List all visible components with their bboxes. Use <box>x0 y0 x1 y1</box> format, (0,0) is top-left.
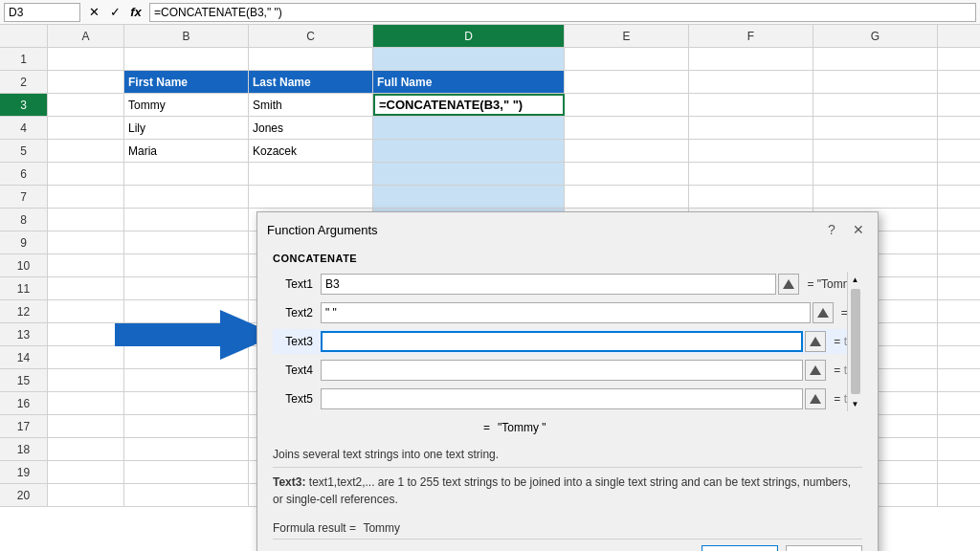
dialog-collapse-text2[interactable] <box>813 302 834 323</box>
scroll-up-btn[interactable]: ▲ <box>848 272 863 287</box>
row-num-2: 2 <box>0 71 48 93</box>
cell-a3[interactable] <box>48 94 124 116</box>
cell-c1[interactable] <box>249 48 373 70</box>
dialog-title: Function Arguments <box>267 223 378 237</box>
fx-btn[interactable]: fx <box>126 3 145 22</box>
cell-c2[interactable]: Last Name <box>249 71 373 93</box>
dialog-description: Joins several text strings into one text… <box>273 448 862 461</box>
cell-h2[interactable] <box>938 71 980 93</box>
dialog-label-text1: Text1 <box>273 277 321 291</box>
cell-g3[interactable] <box>813 94 938 116</box>
cell-f5[interactable] <box>689 140 813 162</box>
cell-h1[interactable] <box>938 48 980 70</box>
dialog-close-button[interactable]: ✕ <box>849 220 868 239</box>
cell-d4[interactable] <box>373 117 565 139</box>
cell-b1[interactable] <box>124 48 249 70</box>
col-header-a[interactable]: A <box>48 25 124 47</box>
dialog-help-button[interactable]: ? <box>822 220 841 239</box>
dialog-input-text5[interactable] <box>321 388 803 409</box>
dialog-collapse-text4[interactable] <box>805 360 826 381</box>
dialog-input-wrap-text4 <box>321 360 826 381</box>
cell-h5[interactable] <box>938 140 980 162</box>
cell-g5[interactable] <box>813 140 938 162</box>
cell-e1[interactable] <box>565 48 689 70</box>
dialog-formula-result: Formula result = Tommy <box>273 521 862 535</box>
dialog-collapse-text3[interactable] <box>805 331 826 352</box>
svg-marker-4 <box>810 365 821 375</box>
dialog-collapse-text1[interactable] <box>778 274 799 295</box>
svg-marker-3 <box>810 337 821 346</box>
cell-g4[interactable] <box>813 117 938 139</box>
col-header-g[interactable]: G <box>813 25 938 47</box>
cell-e3[interactable] <box>565 94 689 116</box>
dialog-help-section: Text3: text1,text2,... are 1 to 255 text… <box>273 467 862 514</box>
dialog-fields-area: Text1 = "Tommy" Text2 <box>273 272 862 411</box>
cell-b2[interactable]: First Name <box>124 71 249 93</box>
svg-marker-1 <box>783 279 794 289</box>
cell-h4[interactable] <box>938 117 980 139</box>
dialog-input-wrap-text1 <box>321 274 799 295</box>
dialog-cancel-button[interactable]: Cancel <box>786 545 862 551</box>
dialog-label-text3: Text3 <box>273 335 321 348</box>
cell-f1[interactable] <box>689 48 813 70</box>
cell-c5[interactable]: Kozacek <box>249 140 373 162</box>
cell-d3[interactable]: =CONCATENATE(B3," ") <box>373 94 565 116</box>
col-header-c[interactable]: C <box>249 25 373 47</box>
scroll-thumb <box>851 289 860 394</box>
col-header-b[interactable]: B <box>124 25 249 47</box>
cell-a2[interactable] <box>48 71 124 93</box>
dialog-input-text1[interactable] <box>321 274 776 295</box>
cell-e4[interactable] <box>565 117 689 139</box>
cell-g2[interactable] <box>813 71 938 93</box>
table-row: 4 Lily Jones <box>0 117 980 140</box>
table-row: 1 <box>0 48 980 71</box>
dialog-scrollbar[interactable]: ▲ ▼ <box>847 272 862 411</box>
col-header-h[interactable]: H <box>938 25 980 47</box>
dialog-input-text2[interactable] <box>321 302 811 323</box>
confirm-formula-btn[interactable]: ✓ <box>105 3 124 22</box>
cell-d5[interactable] <box>373 140 565 162</box>
cell-a4[interactable] <box>48 117 124 139</box>
cell-b4[interactable]: Lily <box>124 117 249 139</box>
cell-a1[interactable] <box>48 48 124 70</box>
cell-b3[interactable]: Tommy <box>124 94 249 116</box>
row-num-4: 4 <box>0 117 48 139</box>
col-header-d[interactable]: D <box>373 25 565 47</box>
cell-d1[interactable] <box>373 48 565 70</box>
dialog-row-text5: Text5 = text <box>273 386 862 411</box>
scroll-down-btn[interactable]: ▼ <box>848 396 863 411</box>
dialog-row-text3: Text3 = text <box>273 329 862 354</box>
cell-g1[interactable] <box>813 48 938 70</box>
cell-c3[interactable]: Smith <box>249 94 373 116</box>
dialog-input-text4[interactable] <box>321 360 803 381</box>
cancel-formula-btn[interactable]: ✕ <box>84 3 103 22</box>
function-arguments-dialog[interactable]: Function Arguments ? ✕ CONCATENATE Text1 <box>256 211 879 551</box>
row-num-1: 1 <box>0 48 48 70</box>
cell-e2[interactable] <box>565 71 689 93</box>
dialog-collapse-text5[interactable] <box>805 388 826 409</box>
cell-a5[interactable] <box>48 140 124 162</box>
col-header-e[interactable]: E <box>565 25 689 47</box>
dialog-input-wrap-text2 <box>321 302 834 323</box>
cell-f2[interactable] <box>689 71 813 93</box>
column-headers: A B C D E F G H <box>0 25 980 48</box>
formula-input[interactable] <box>149 3 976 22</box>
cell-f3[interactable] <box>689 94 813 116</box>
dialog-row-text2: Text2 = " " <box>273 300 862 325</box>
cell-c4[interactable]: Jones <box>249 117 373 139</box>
dialog-label-text2: Text2 <box>273 306 321 320</box>
name-box[interactable]: D3 <box>4 3 80 22</box>
cell-e5[interactable] <box>565 140 689 162</box>
dialog-section-label: CONCATENATE <box>273 253 862 264</box>
cell-f4[interactable] <box>689 117 813 139</box>
cell-b5[interactable]: Maria <box>124 140 249 162</box>
dialog-help-label: Text3: <box>273 475 305 489</box>
cell-h3[interactable] <box>938 94 980 116</box>
dialog-help-detail-text: text1,text2,... are 1 to 255 text string… <box>273 475 851 506</box>
dialog-ok-button[interactable]: OK <box>702 545 778 551</box>
dialog-input-text3[interactable] <box>321 331 803 352</box>
cell-d2[interactable]: Full Name <box>373 71 565 93</box>
dialog-total-result-row: = "Tommy " <box>273 415 862 440</box>
table-row: 3 Tommy Smith =CONCATENATE(B3," ") <box>0 94 980 117</box>
col-header-f[interactable]: F <box>689 25 813 47</box>
